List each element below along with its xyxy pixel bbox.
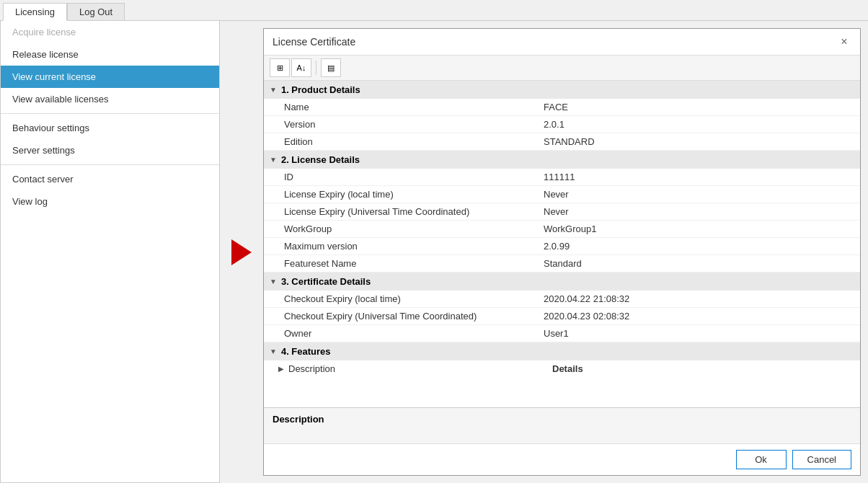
section-features[interactable]: ▼ 4. Features	[264, 342, 860, 360]
prop-label-checkout-expiry-local: Checkout Expiry (local time)	[284, 293, 544, 304]
menu-item-release-license[interactable]: Release license	[1, 43, 219, 66]
toolbar-sort-button[interactable]: A↓	[291, 58, 311, 77]
prop-value-featureset: Standard	[544, 258, 582, 269]
footer-description-label: Description	[273, 414, 324, 425]
section-certificate-details[interactable]: ▼ 3. Certificate Details	[264, 272, 860, 291]
grid-icon: ⊞	[277, 63, 283, 73]
prop-label-owner: Owner	[284, 328, 544, 339]
prop-value-id: 111111	[544, 172, 575, 182]
list-icon: ▤	[327, 63, 335, 73]
menu-divider-2	[1, 164, 219, 165]
features-description-label: Description	[288, 363, 548, 374]
prop-label-id: ID	[284, 172, 544, 182]
menu-item-server-settings[interactable]: Server settings	[1, 139, 219, 161]
section-3-toggle-icon: ▼	[270, 278, 277, 285]
main-area: Acquire license Release license View cur…	[0, 21, 868, 483]
dialog-title: License Certificate	[273, 36, 355, 48]
dialog-titlebar: License Certificate ×	[264, 29, 860, 56]
menu-divider-1	[1, 113, 219, 114]
section-2-label: 2. License Details	[281, 154, 360, 165]
features-expand-icon: ▶	[278, 365, 284, 373]
tab-logout[interactable]: Log Out	[67, 3, 125, 20]
prop-row-version: Version 2.0.1	[264, 116, 860, 133]
section-3-label: 3. Certificate Details	[281, 276, 371, 287]
prop-row-license-expiry-local: License Expiry (local time) Never	[264, 186, 860, 203]
tab-licensing[interactable]: Licensing	[3, 3, 67, 21]
sort-icon: A↓	[297, 63, 306, 72]
prop-value-license-expiry-local: Never	[544, 189, 569, 200]
menu-item-behaviour-settings[interactable]: Behaviour settings	[1, 117, 219, 139]
prop-label-version: Version	[284, 119, 544, 130]
section-2-toggle-icon: ▼	[270, 156, 277, 164]
features-description-value: Details	[552, 363, 583, 374]
section-1-toggle-icon: ▼	[270, 86, 277, 94]
prop-label-max-version: Maximum version	[284, 241, 544, 252]
features-description-row[interactable]: ▶ Description Details	[264, 360, 860, 377]
prop-value-owner: User1	[544, 328, 569, 339]
prop-label-featureset: Featureset Name	[284, 258, 544, 269]
arrow-right-icon	[231, 239, 252, 265]
section-product-details[interactable]: ▼ 1. Product Details	[264, 81, 860, 99]
license-certificate-dialog: License Certificate × ⊞ A↓ ▤ ▼ 1. Produc…	[263, 28, 861, 476]
ok-button[interactable]: Ok	[736, 450, 787, 469]
prop-value-version: 2.0.1	[544, 119, 564, 130]
left-panel: Acquire license Release license View cur…	[0, 21, 220, 483]
section-1-label: 1. Product Details	[281, 84, 360, 95]
prop-label-license-expiry-utc: License Expiry (Universal Time Coordinat…	[284, 206, 544, 217]
prop-label-workgroup: WorkGroup	[284, 223, 544, 234]
prop-row-workgroup: WorkGroup WorkGroup1	[264, 221, 860, 238]
toolbar-separator	[316, 61, 316, 75]
prop-value-checkout-expiry-local: 2020.04.22 21:08:32	[544, 293, 629, 304]
dialog-buttons: Ok Cancel	[264, 443, 860, 475]
prop-row-max-version: Maximum version 2.0.99	[264, 238, 860, 255]
prop-label-checkout-expiry-utc: Checkout Expiry (Universal Time Coordina…	[284, 311, 544, 322]
section-4-toggle-icon: ▼	[270, 347, 277, 355]
prop-row-id: ID 111111	[264, 169, 860, 186]
prop-value-checkout-expiry-utc: 2020.04.23 02:08:32	[544, 311, 629, 322]
arrow-area	[220, 21, 263, 483]
menu-item-acquire-license: Acquire license	[1, 21, 219, 43]
prop-row-owner: Owner User1	[264, 325, 860, 342]
dialog-content: ▼ 1. Product Details Name FACE Version 2…	[264, 81, 860, 407]
menu-item-view-current-license[interactable]: View current license	[1, 66, 219, 88]
prop-value-max-version: 2.0.99	[544, 241, 570, 252]
menu-item-view-available-licenses[interactable]: View available licenses	[1, 88, 219, 110]
dialog-footer-description: Description	[264, 407, 860, 443]
prop-value-name: FACE	[544, 102, 568, 112]
menu-item-view-log[interactable]: View log	[1, 190, 219, 213]
prop-label-edition: Edition	[284, 136, 544, 147]
prop-label-name: Name	[284, 102, 544, 112]
prop-row-license-expiry-utc: License Expiry (Universal Time Coordinat…	[264, 203, 860, 221]
section-license-details[interactable]: ▼ 2. License Details	[264, 151, 860, 169]
toolbar-grid-button[interactable]: ⊞	[270, 58, 290, 77]
prop-row-checkout-expiry-utc: Checkout Expiry (Universal Time Coordina…	[264, 308, 860, 325]
cancel-button[interactable]: Cancel	[792, 450, 851, 469]
prop-row-checkout-expiry-local: Checkout Expiry (local time) 2020.04.22 …	[264, 291, 860, 308]
prop-row-name: Name FACE	[264, 99, 860, 116]
menu-item-contact-server[interactable]: Contact server	[1, 168, 219, 190]
dialog-toolbar: ⊞ A↓ ▤	[264, 56, 860, 81]
prop-value-edition: STANDARD	[544, 136, 595, 147]
toolbar-list-button[interactable]: ▤	[321, 58, 341, 77]
close-button[interactable]: ×	[837, 35, 851, 49]
section-4-label: 4. Features	[281, 346, 331, 357]
prop-row-featureset: Featureset Name Standard	[264, 255, 860, 272]
prop-value-workgroup: WorkGroup1	[544, 223, 596, 234]
tab-bar: Licensing Log Out	[0, 0, 868, 21]
prop-row-edition: Edition STANDARD	[264, 133, 860, 151]
prop-label-license-expiry-local: License Expiry (local time)	[284, 189, 544, 200]
prop-value-license-expiry-utc: Never	[544, 206, 569, 217]
